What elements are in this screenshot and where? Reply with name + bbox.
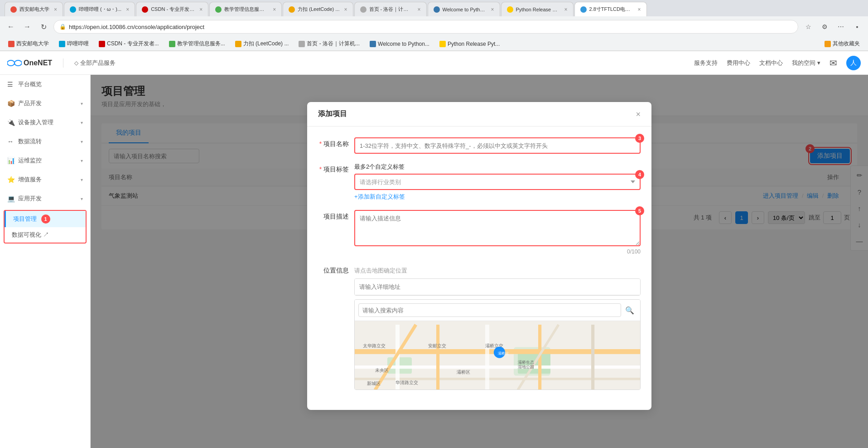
bookmark-icon-python [370,41,376,47]
svg-point-0 [7,60,14,66]
bookmark-icon-csdn [99,41,105,47]
sidebar-item-platform-overview[interactable]: ☰ 平台概览 [0,75,90,94]
onenet-logo: OneNET [7,58,52,68]
sidebar-item-data-vis[interactable]: 数据可视化 ↗ [5,227,86,243]
bookmark-label: 其他收藏夹 [833,40,860,48]
industry-select[interactable]: 请选择行业类别 [354,174,641,190]
modal-overlay[interactable]: 添加项目 × 项目名称 3 [91,75,868,448]
bookmark-leetcode[interactable]: 力扣 (LeetCode) ... [231,39,293,49]
data-transfer-icon: ↔ [7,138,14,145]
svg-text:太华路立交: 太华路立交 [363,343,386,348]
sidebar-item-ops-monitor[interactable]: 📊 运维监控 ▾ [0,151,90,170]
browser-chrome: 西安邮电大学 × 哔哩哔哩 (・ω・)... × CSDN - 专业开发者...… [0,0,868,51]
tab-label-t9: 2.8寸TFTLCD电阻触... [589,6,633,13]
bookmark-label: Welcome to Python... [378,41,429,47]
tab-label-t3: CSDN - 专业开发者... [151,6,195,13]
tab-close-t1[interactable]: × [54,6,57,13]
sidebar-label-platform-overview: 平台概览 [18,80,83,88]
map-search-button[interactable]: 🔍 [623,303,637,317]
map-search-input[interactable] [358,303,621,317]
avatar[interactable]: 人 [846,56,861,70]
map-container[interactable]: 🔍 [354,299,641,390]
bookmark-python-release[interactable]: Python Release Pyt... [436,40,503,48]
bookmark-bili[interactable]: 哔哩哔哩 [55,39,92,49]
nav-divider [63,58,63,68]
tab-label-t6: 首页 - 洛谷｜计算机... [369,6,413,13]
value-added-icon: ⭐ [7,176,14,183]
my-space-link[interactable]: 我的空间 ▾ [792,59,820,67]
desc-textarea[interactable] [354,210,641,246]
tab-close-t4[interactable]: × [273,6,276,13]
bookmark-luogu[interactable]: 首页 - 洛谷｜计算机... [295,39,363,49]
svg-text:灞桥站: 灞桥站 [498,351,509,355]
tab-t4[interactable]: 教学管理信息服务... × [209,2,282,16]
sidebar-item-data-transfer[interactable]: ↔ 数据流转 ▾ [0,132,90,151]
step-badge-3: 3 [635,134,644,143]
badge1: 1 [41,214,50,224]
tab-t7[interactable]: Welcome to Python... × [428,2,500,16]
sidebar-item-product-dev[interactable]: 📦 产品开发 ▾ [0,94,90,113]
tab-label-t7: Welcome to Python... [443,7,487,12]
map-search-bar: 🔍 [355,300,640,321]
billing-link[interactable]: 费用中心 [727,59,750,67]
bookmark-csdn[interactable]: CSDN - 专业开发者... [95,39,163,49]
location-input-wrapper [354,278,641,296]
sidebar-item-device-access[interactable]: 🔌 设备接入管理 ▾ [0,113,90,132]
tab-close-t6[interactable]: × [418,6,421,13]
tags-label: 项目标签 [318,163,354,174]
tab-t3[interactable]: CSDN - 专业开发者... × [136,2,208,16]
tab-close-t2[interactable]: × [126,6,129,13]
svg-text:新城区: 新城区 [367,381,381,386]
mail-icon[interactable]: ✉ [829,58,837,68]
sidebar-item-value-added[interactable]: ⭐ 增值服务 ▾ [0,170,90,189]
bookmark-label: 教学管理信息服务... [177,40,225,48]
bookmark-python-welcome[interactable]: Welcome to Python... [366,40,433,48]
top-nav: OneNET ◇ 全部产品服务 服务支持 费用中心 文档中心 我的空间 ▾ ✉ … [0,51,868,75]
extensions-button[interactable]: ⚙ [818,20,831,33]
top-nav-right: 服务支持 费用中心 文档中心 我的空间 ▾ ✉ 人 [694,56,861,70]
tab-close-t7[interactable]: × [491,6,494,13]
close-button[interactable]: ▪ [851,20,863,33]
docs-link[interactable]: 文档中心 [759,59,783,67]
tab-favicon-t1 [10,6,17,13]
tab-close-t8[interactable]: × [564,6,568,13]
bookmark-edu[interactable]: 教学管理信息服务... [165,39,229,49]
all-products-link[interactable]: ◇ 全部产品服务 [74,59,116,67]
back-button[interactable]: ← [5,20,17,33]
bookmark-icon-folder [825,41,831,47]
tab-t8[interactable]: Python Release Pyt... × [501,2,574,16]
form-row-location: 位置信息 请点击地图确定位置 [318,264,641,390]
tags-control: 最多2个自定义标签 请选择行业类别 4 +添加新自定义标签 [354,163,641,201]
sidebar-item-app-dev[interactable]: 💻 应用开发 ▾ [0,189,90,208]
bookmark-label: 力扣 (LeetCode) ... [243,40,289,48]
chevron-down-icon-2: ▾ [81,120,83,125]
bookmark-xiyou[interactable]: 西安邮电大学 [5,39,53,49]
tab-close-t5[interactable]: × [344,6,347,13]
project-name-input[interactable] [354,137,641,154]
menu-button[interactable]: ⋯ [834,20,847,33]
reload-button[interactable]: ↻ [37,20,50,33]
address-input[interactable] [355,279,640,295]
modal-close-btn[interactable]: × [636,110,641,118]
tab-close-t9[interactable]: × [638,6,641,13]
tab-close-t3[interactable]: × [199,6,203,13]
star-button[interactable]: ☆ [802,20,815,33]
tab-t1[interactable]: 西安邮电大学 × [5,2,63,16]
svg-text:华清路立交: 华清路立交 [395,380,418,385]
bookmark-label: 西安邮电大学 [16,40,49,48]
tab-t5[interactable]: 力扣 (LeetCode) ... × [283,2,353,16]
bookmarks-bar: 西安邮电大学 哔哩哔哩 CSDN - 专业开发者... 教学管理信息服务... … [0,37,868,51]
forward-button[interactable]: → [21,20,34,33]
service-support-link[interactable]: 服务支持 [694,59,718,67]
tab-t2[interactable]: 哔哩哔哩 (・ω・)... × [64,2,135,16]
other-bookmarks[interactable]: 其他收藏夹 [821,39,863,49]
app-container: OneNET ◇ 全部产品服务 服务支持 费用中心 文档中心 我的空间 ▾ ✉ … [0,51,868,448]
name-control: 3 [354,137,641,154]
address-bar[interactable]: 🔒 https://open.iot.10086.cn/console/appl… [53,20,798,34]
tab-t9[interactable]: 2.8寸TFTLCD电阻触... × [574,2,647,16]
add-custom-tag-link[interactable]: +添加新自定义标签 [354,193,405,201]
lock-icon: 🔒 [59,24,66,30]
sidebar-item-project-mgmt[interactable]: 项目管理 1 [5,211,86,227]
tab-t6[interactable]: 首页 - 洛谷｜计算机... × [354,2,427,16]
tab-favicon-t6 [360,6,366,13]
